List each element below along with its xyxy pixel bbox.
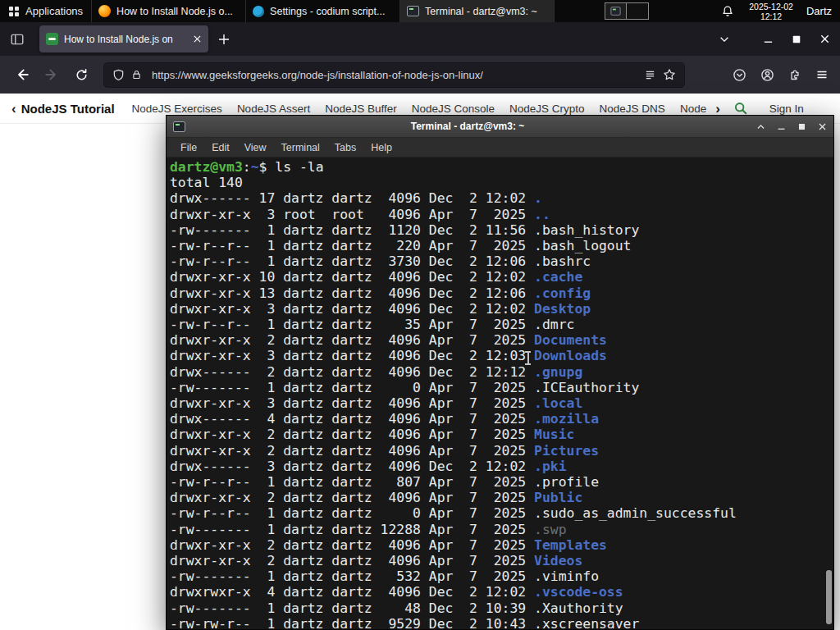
ls-line: -rw------- 1 dartz dartz 532 Apr 7 2025 … <box>170 568 833 584</box>
ls-entry-name: .bash_history <box>534 222 639 238</box>
nav-scroll-right-icon[interactable]: › <box>715 102 720 116</box>
ls-entry-name: .profile <box>534 474 599 490</box>
new-tab-button[interactable] <box>218 34 230 45</box>
tab-close-icon[interactable] <box>193 34 202 43</box>
applications-menu-button[interactable]: Applications <box>0 0 91 22</box>
ls-entry-name: .Xauthority <box>534 600 623 616</box>
maximize-icon[interactable] <box>797 122 806 131</box>
geeksforgeeks-favicon <box>46 33 58 45</box>
account-icon[interactable] <box>760 68 774 82</box>
close-icon[interactable] <box>818 122 827 131</box>
site-nav-item[interactable]: NodeJS Exercises <box>132 103 222 115</box>
ls-entry-name: .sudo_as_admin_successful <box>534 505 737 521</box>
menu-file[interactable]: File <box>173 142 204 153</box>
site-nav-item[interactable]: NodeJS Assert <box>237 103 310 115</box>
maximize-icon[interactable] <box>792 34 801 44</box>
minimize-icon[interactable] <box>763 34 774 44</box>
ls-line: drwxr-xr-x 3 dartz dartz 4096 Dec 2 12:0… <box>170 301 833 317</box>
applications-icon <box>8 6 20 17</box>
terminal-menu-bar: File Edit View Terminal Tabs Help <box>167 138 833 158</box>
taskbar-item-codium[interactable]: Settings - codium script... <box>246 0 400 22</box>
menu-edit[interactable]: Edit <box>204 142 237 153</box>
panel-clock[interactable]: 2025-12-02 12:12 <box>749 2 793 21</box>
close-icon[interactable] <box>819 34 830 44</box>
ls-line: drwxrwxr-x 4 dartz dartz 4096 Dec 2 12:0… <box>170 584 833 600</box>
ls-line: drwx------ 2 dartz dartz 4096 Dec 2 12:1… <box>170 364 833 380</box>
ls-line: -rw-rw-r-- 1 dartz dartz 9529 Dec 2 10:4… <box>170 616 833 629</box>
workspace-2[interactable] <box>627 2 649 20</box>
menu-help[interactable]: Help <box>363 142 399 153</box>
ls-line: -rw-r--r-- 1 dartz dartz 220 Apr 7 2025 … <box>170 238 833 253</box>
site-nav-item[interactable]: Node <box>680 103 706 115</box>
list-all-tabs-icon[interactable] <box>719 34 730 45</box>
total-line: total 140 <box>170 175 833 190</box>
ls-entry-name: .viminfo <box>534 568 599 584</box>
site-nav-primary-link[interactable]: NodeJS Tutorial <box>21 102 115 116</box>
ls-entry-name: .local <box>534 395 582 411</box>
forward-icon[interactable] <box>39 62 64 87</box>
tracking-protection-shield-icon[interactable] <box>112 69 125 81</box>
ls-line: drwxr-xr-x 3 dartz dartz 4096 Apr 7 2025… <box>170 395 833 411</box>
desktop-panel: Applications How to Install Node.js o...… <box>0 0 840 22</box>
lock-icon[interactable] <box>131 69 142 80</box>
roll-up-icon[interactable] <box>756 122 765 131</box>
site-search-icon[interactable] <box>733 101 748 116</box>
terminal-scrollbar-thumb[interactable] <box>826 570 832 624</box>
menu-hamburger-icon[interactable] <box>815 68 829 81</box>
ls-line: drwx------ 17 dartz dartz 4096 Dec 2 12:… <box>170 190 833 206</box>
browser-tab[interactable]: How to Install Node.js on <box>39 25 208 52</box>
bookmark-star-icon[interactable] <box>663 68 676 81</box>
ls-line: drwxr-xr-x 3 root root 4096 Apr 7 2025 .… <box>170 207 833 222</box>
toolbar-right-icons <box>733 68 829 82</box>
nav-scroll-left-icon[interactable]: ‹ <box>11 102 16 116</box>
ls-entry-name: .swp <box>534 522 566 537</box>
ls-entry-name: Desktop <box>534 301 591 317</box>
ls-entry-name: Videos <box>534 553 582 568</box>
url-bar[interactable]: https://www.geeksforgeeks.org/node-js/in… <box>103 62 685 88</box>
terminal-icon <box>407 6 419 16</box>
minimize-icon[interactable] <box>777 122 786 131</box>
ls-entry-name: Documents <box>534 332 607 348</box>
extensions-puzzle-icon[interactable] <box>788 68 801 81</box>
taskbar-item-terminal[interactable]: Terminal - dartz@vm3: ~ <box>400 0 555 22</box>
ls-entry-name: .vscode-oss <box>534 584 623 600</box>
site-nav-item[interactable]: NodeJS Crypto <box>509 103 585 115</box>
terminal-window: Terminal - dartz@vm3: ~ File Edit View T… <box>166 115 834 630</box>
site-nav-item[interactable]: NodeJS Buffer <box>325 103 397 115</box>
terminal-title-bar[interactable]: Terminal - dartz@vm3: ~ <box>167 116 833 138</box>
session-user-label[interactable]: Dartz <box>806 5 832 17</box>
ls-entry-name: .gnupg <box>534 364 582 380</box>
ls-entry-name: .xscreensaver <box>534 616 639 629</box>
terminal-icon[interactable] <box>173 121 185 132</box>
ls-line: drwxr-xr-x 10 dartz dartz 4096 Dec 2 12:… <box>170 269 833 285</box>
prompt-cwd: ~ <box>251 159 259 175</box>
workspace-switcher[interactable] <box>605 2 649 20</box>
site-nav-item[interactable]: NodeJS Console <box>412 103 495 115</box>
ls-entry-name: .bashrc <box>534 253 591 269</box>
notification-bell-button[interactable] <box>721 5 734 18</box>
ls-entry-name: .ICEauthority <box>534 380 639 395</box>
terminal-output-area[interactable]: dartz@vm3:~$ ls -la total 140 drwx------… <box>167 158 833 629</box>
reader-mode-icon[interactable] <box>644 69 656 81</box>
firefox-view-icon[interactable] <box>10 32 25 47</box>
ls-line: -rw-r--r-- 1 dartz dartz 3730 Dec 2 12:0… <box>170 253 833 269</box>
pocket-icon[interactable] <box>733 68 746 82</box>
sign-in-button[interactable]: Sign In <box>769 103 804 115</box>
firefox-icon <box>98 5 111 17</box>
ls-entry-name: Templates <box>534 537 607 553</box>
menu-view[interactable]: View <box>237 142 274 153</box>
menu-tabs[interactable]: Tabs <box>327 142 363 153</box>
taskbar-item-browser[interactable]: How to Install Node.js o... <box>92 0 246 22</box>
ls-line: drwx------ 4 dartz dartz 4096 Apr 7 2025… <box>170 411 833 427</box>
workspace-1[interactable] <box>605 2 627 20</box>
ls-line: drwxr-xr-x 2 dartz dartz 4096 Apr 7 2025… <box>170 490 833 505</box>
menu-terminal[interactable]: Terminal <box>274 142 327 153</box>
bell-icon <box>721 5 734 18</box>
ls-line: -rw-r--r-- 1 dartz dartz 0 Apr 7 2025 .s… <box>170 505 833 521</box>
site-nav-item[interactable]: NodeJS DNS <box>600 103 665 115</box>
ibeam-cursor <box>524 351 532 365</box>
back-icon[interactable] <box>10 62 34 87</box>
ls-entry-name: .. <box>534 207 550 222</box>
codium-icon <box>253 6 264 17</box>
reload-icon[interactable] <box>69 62 94 87</box>
